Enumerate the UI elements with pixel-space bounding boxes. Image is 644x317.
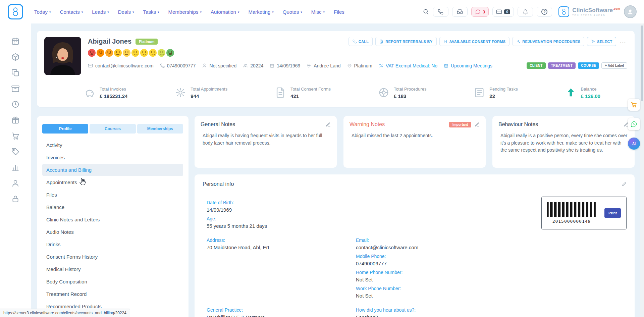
- gift-icon[interactable]: [11, 116, 20, 124]
- client-dob[interactable]: 14/09/1969: [270, 63, 300, 68]
- menu-item[interactable]: Contacts: [60, 9, 83, 15]
- status-bar-url: https://server3.clinicsoftware.com/clien…: [0, 309, 130, 317]
- mood-face-icon[interactable]: [131, 49, 139, 57]
- quick-cart-button[interactable]: [628, 99, 640, 111]
- products-box-icon[interactable]: [11, 53, 20, 61]
- mood-face-icon[interactable]: [114, 49, 122, 57]
- search-icon[interactable]: [423, 8, 429, 15]
- profile-section-item[interactable]: Treatment Record: [42, 288, 183, 300]
- piggy-bank-icon: [84, 87, 95, 98]
- panel-tab[interactable]: Courses: [90, 124, 136, 134]
- profile-section-item[interactable]: Drinks: [42, 238, 183, 251]
- general-notes-title: General Notes: [201, 121, 235, 127]
- mood-face-icon[interactable]: [123, 49, 130, 57]
- user-avatar[interactable]: [624, 5, 637, 18]
- print-barcode-button[interactable]: Print: [604, 208, 621, 218]
- menu-item[interactable]: Memberships: [168, 9, 202, 15]
- card-icon: [496, 9, 502, 15]
- personal-info-title: Personal info: [203, 181, 234, 187]
- call-button[interactable]: CALL: [348, 37, 373, 46]
- mood-face-icon[interactable]: [88, 49, 96, 57]
- inbox-button[interactable]: [452, 7, 468, 17]
- scrollbar-thumb[interactable]: [641, 25, 643, 101]
- menu-item[interactable]: Marketing: [248, 9, 273, 15]
- mood-face-icon[interactable]: [97, 49, 104, 57]
- panel-tab[interactable]: Memberships: [137, 124, 183, 134]
- client-label-pill[interactable]: CLIENT: [527, 62, 546, 69]
- support-icon[interactable]: [11, 179, 20, 188]
- client-location[interactable]: Andree Land: [307, 63, 340, 68]
- ai-assistant-icon[interactable]: [628, 138, 640, 150]
- calendar-icon[interactable]: [11, 37, 20, 46]
- edit-general-notes-icon[interactable]: [326, 122, 331, 127]
- client-email[interactable]: contact@clinicsoftware.com: [88, 63, 154, 68]
- help-button[interactable]: [537, 7, 552, 17]
- menu-item[interactable]: Quotes: [283, 9, 302, 15]
- vat-exempt-link[interactable]: VAT Exempt Medical: No: [379, 63, 437, 68]
- whatsapp-button[interactable]: [628, 118, 640, 130]
- copy-pages-icon[interactable]: [11, 68, 20, 77]
- edit-warning-notes-icon[interactable]: [475, 122, 480, 127]
- profile-section-item[interactable]: Body Composition: [42, 275, 183, 288]
- mood-face-icon[interactable]: [149, 49, 157, 57]
- menu-item[interactable]: Leads: [92, 9, 109, 15]
- page-scrollbar[interactable]: [640, 23, 644, 317]
- profile-section-item[interactable]: Files: [42, 189, 183, 201]
- edit-personal-info-icon[interactable]: [622, 182, 627, 187]
- notifications-button[interactable]: [518, 7, 533, 17]
- wallet-count-badge: 0: [504, 9, 510, 14]
- arrow-up-icon: [565, 87, 577, 98]
- panel-tab[interactable]: Profile: [42, 124, 88, 134]
- client-level[interactable]: Platinum: [347, 63, 372, 68]
- client-id[interactable]: 20224: [243, 63, 263, 68]
- menu-item[interactable]: Automation: [211, 9, 239, 15]
- profile-section-item[interactable]: Activity: [42, 139, 183, 151]
- menu-item[interactable]: Deals: [118, 9, 134, 15]
- client-photo[interactable]: [44, 37, 81, 75]
- profile-section-item[interactable]: Clinic Notes and Letters: [42, 213, 183, 226]
- menu-item[interactable]: Files: [334, 9, 344, 15]
- available-consent-forms-button[interactable]: AVAILABLE CONSENT FORMS: [439, 37, 510, 46]
- inbox-icon: [457, 9, 463, 15]
- profile-section-item[interactable]: Invoices: [42, 151, 183, 164]
- profile-section-item[interactable]: Appointments: [42, 176, 183, 189]
- profile-section-item[interactable]: Medical History: [42, 263, 183, 275]
- wallet-button[interactable]: 0: [492, 7, 514, 17]
- mood-face-icon[interactable]: [105, 49, 113, 57]
- reports-chart-icon[interactable]: [11, 163, 20, 172]
- package-icon[interactable]: [11, 84, 20, 93]
- profile-section-item[interactable]: Audio Notes: [42, 226, 183, 238]
- mood-face-icon[interactable]: [140, 49, 148, 57]
- more-actions-button[interactable]: ...: [619, 39, 627, 44]
- clinicsoftware-brand[interactable]: ClinicSoftware.com TEN STEPS AHEAD: [558, 6, 620, 17]
- mood-face-icon[interactable]: [158, 49, 165, 57]
- tier-badge[interactable]: Platinum: [136, 39, 158, 45]
- consent-form-icon: [443, 40, 447, 44]
- rejuvenation-procedures-button[interactable]: REJUVENATION PROCEDURES: [512, 37, 584, 46]
- client-label-pill[interactable]: TREATMENT: [548, 62, 576, 69]
- client-phone[interactable]: 07490009777: [160, 63, 196, 68]
- lock-icon[interactable]: [11, 195, 20, 203]
- add-label-button[interactable]: + Add Label: [601, 62, 627, 69]
- menu-item[interactable]: Today: [34, 9, 51, 15]
- select-button[interactable]: SELECT: [587, 37, 616, 46]
- profile-section-item[interactable]: Balance: [42, 201, 183, 213]
- client-label-pill[interactable]: COURSE: [578, 62, 599, 69]
- referred-by[interactable]: Not specified: [202, 63, 236, 68]
- cart-icon[interactable]: [11, 131, 20, 140]
- menu-item[interactable]: Tasks: [143, 9, 159, 15]
- report-referrals-button[interactable]: REPORT REFERRALS BY: [375, 37, 436, 46]
- history-icon[interactable]: [11, 100, 20, 109]
- profile-section-item[interactable]: Consent Forms History: [42, 251, 183, 263]
- field-work-phone: Work Phone Number: Not Set: [356, 286, 627, 302]
- menu-item[interactable]: Misc: [311, 9, 325, 15]
- dialer-button[interactable]: [433, 7, 448, 17]
- tag-icon[interactable]: [11, 147, 20, 156]
- app-logo[interactable]: [0, 4, 31, 19]
- upcoming-meetings-link[interactable]: Upcoming Meetings: [444, 63, 492, 68]
- profile-section-item[interactable]: Accounts and Billing: [42, 164, 183, 176]
- important-badge[interactable]: Important: [449, 122, 471, 127]
- client-labels: CLIENT TREATMENT COURSE + Add Label: [527, 62, 627, 69]
- mood-face-icon[interactable]: [166, 49, 174, 57]
- messages-button[interactable]: 3: [471, 7, 489, 17]
